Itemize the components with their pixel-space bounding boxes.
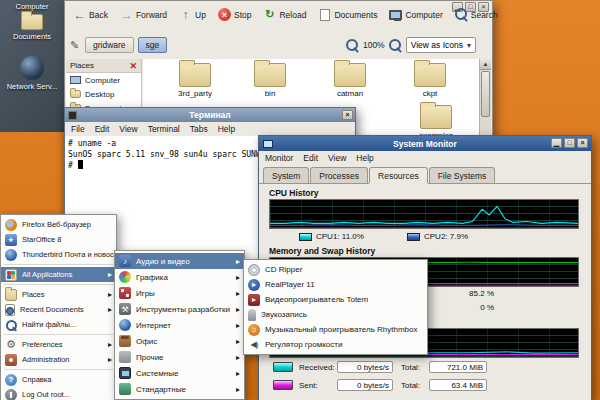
recent-documents-icon (5, 304, 15, 316)
tab-processes[interactable]: Processes (310, 167, 368, 183)
menu-item-label: Recent Documents (20, 305, 84, 314)
menu-help[interactable]: Help (356, 153, 373, 163)
reload-label: Reload (279, 10, 306, 20)
menu-item-label: Игры (136, 289, 155, 298)
folder-icon (5, 289, 17, 301)
desktop-icon-computer[interactable]: Computer (0, 2, 64, 11)
menu-item-graphics[interactable]: Графика (115, 269, 244, 285)
folder-icon (414, 63, 446, 87)
forward-button[interactable]: Forward (115, 4, 172, 25)
cpu-history-graph (269, 199, 579, 229)
computer-button[interactable]: Computer (384, 4, 447, 25)
search-button[interactable]: Search (450, 4, 503, 25)
received-total: 721.0 MiB (429, 361, 487, 373)
documents-button[interactable]: Documents (313, 4, 382, 25)
close-sidebar-icon[interactable]: ✕ (129, 61, 137, 71)
view-mode-label: View as Icons (411, 40, 463, 50)
sent-color-chip (273, 380, 293, 390)
minimize-icon[interactable]: ▁ (551, 138, 562, 148)
menu-item-accessories[interactable]: Стандартные (115, 381, 244, 397)
menu-item-cd-ripper[interactable]: CD Ripper (244, 262, 427, 277)
menu-item-other[interactable]: Прочие (115, 349, 244, 365)
menu-view[interactable]: View (328, 153, 346, 163)
menu-item-find-files[interactable]: Найти файлы... (1, 317, 116, 332)
audio-video-icon (119, 255, 131, 267)
close-icon[interactable]: × (577, 138, 588, 148)
menu-edit[interactable]: Edit (303, 153, 318, 163)
menu-item-office[interactable]: Офис (115, 333, 244, 349)
folder-item-3rd_party[interactable]: 3rd_party (160, 63, 230, 98)
menu-item-logout[interactable]: Log Out root... (1, 387, 116, 400)
back-icon (73, 8, 86, 21)
terminal-title: Терминал (65, 110, 355, 120)
reload-button[interactable]: Reload (258, 4, 311, 25)
menu-item-sound-recorder[interactable]: Звукозапись (244, 307, 427, 322)
menu-file[interactable]: File (71, 124, 85, 134)
reload-icon (263, 8, 276, 21)
scrollbar-thumb[interactable] (481, 71, 490, 117)
menu-item-places[interactable]: Places (1, 287, 116, 302)
up-button[interactable]: Up (174, 4, 211, 25)
path-button-gridware[interactable]: gridware (85, 37, 134, 53)
other-icon (119, 351, 131, 363)
menu-item-rhythmbox[interactable]: Музыкальный проигрыватель Rhythmbox (244, 322, 427, 337)
menu-item-realplayer[interactable]: RealPlayer 11 (244, 277, 427, 292)
menu-item-volume-control[interactable]: Регулятор громкости (244, 337, 427, 352)
graphics-icon (119, 271, 131, 283)
folder-item-bin[interactable]: bin (235, 63, 305, 98)
menu-terminal[interactable]: Terminal (148, 124, 180, 134)
menu-item-system[interactable]: Системные (115, 365, 244, 381)
menu-item-all-applications[interactable]: All Applications (1, 267, 116, 282)
tab-file-systems[interactable]: File Systems (429, 167, 496, 183)
close-icon[interactable]: × (342, 110, 353, 120)
stop-icon (218, 8, 231, 21)
menu-item-label: Офис (136, 337, 157, 346)
totem-icon (248, 294, 260, 306)
sidebar-item-computer[interactable]: Computer (66, 73, 141, 87)
back-button[interactable]: Back (68, 4, 113, 25)
cpu1-color-chip (299, 233, 312, 241)
received-rate: 0 bytes/s (337, 361, 393, 373)
menu-item-firefox[interactable]: Firefox Веб-браузер (1, 217, 116, 232)
edit-location-icon[interactable] (68, 39, 81, 52)
speaker-icon (248, 339, 260, 351)
cpu2-value: CPU2: 7.9% (424, 232, 468, 241)
menu-item-staroffice[interactable]: StarOffice 8 (1, 232, 116, 247)
sidebar-item-desktop[interactable]: Desktop (66, 87, 141, 101)
menu-item-recent-documents[interactable]: Recent Documents (1, 302, 116, 317)
stop-button[interactable]: Stop (213, 4, 257, 25)
menu-item-administration[interactable]: Administration (1, 352, 116, 367)
desktop-icon-documents[interactable]: Documents (0, 14, 64, 41)
menu-item-help[interactable]: Справка (1, 372, 116, 387)
tab-resources[interactable]: Resources (369, 167, 428, 183)
menu-item-games[interactable]: Игры (115, 285, 244, 301)
folder-item-catman[interactable]: catman (315, 63, 385, 98)
zoom-out-icon[interactable] (346, 39, 359, 52)
menu-edit[interactable]: Edit (95, 124, 110, 134)
scroll-up-icon[interactable]: ▲ (480, 59, 491, 70)
menu-item-audio-video[interactable]: Аудио и видео (115, 253, 244, 269)
zoom-in-icon[interactable] (389, 39, 402, 52)
menu-item-internet[interactable]: Интернет (115, 317, 244, 333)
sidebar-item-label: Desktop (85, 90, 114, 99)
view-mode-combo[interactable]: View as Icons (406, 37, 476, 53)
folder-item-ckpt[interactable]: ckpt (395, 63, 465, 98)
tab-system[interactable]: System (263, 167, 309, 183)
desktop-icon-network[interactable]: Network Serv... (0, 56, 64, 91)
menu-help[interactable]: Help (218, 124, 235, 134)
menu-tabs[interactable]: Tabs (190, 124, 208, 134)
menu-item-label: Log Out root... (22, 390, 70, 399)
menu-monitor[interactable]: Monitor (265, 153, 293, 163)
menu-item-thunderbird[interactable]: Thunderbird Почта и новости (1, 247, 116, 262)
system-monitor-titlebar[interactable]: System Monitor ▁ □ × (259, 136, 591, 151)
terminal-titlebar[interactable]: Терминал × (65, 108, 355, 122)
menu-item-totem[interactable]: Видеопроигрыватель Totem (244, 292, 427, 307)
computer-label: Computer (405, 10, 442, 20)
sent-label: Sent: (299, 381, 318, 390)
received-color-chip (273, 362, 293, 372)
maximize-icon[interactable]: □ (564, 138, 575, 148)
path-button-sge[interactable]: sge (138, 37, 168, 53)
menu-view[interactable]: View (119, 124, 137, 134)
menu-item-development[interactable]: Инструменты разработки (115, 301, 244, 317)
menu-item-preferences[interactable]: Preferences (1, 337, 116, 352)
